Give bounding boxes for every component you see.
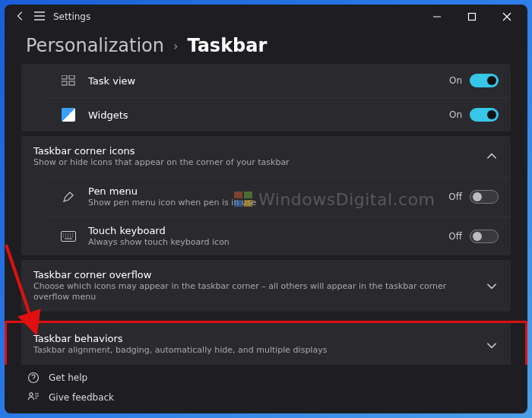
breadcrumb-parent[interactable]: Personalization xyxy=(26,35,164,56)
chevron-down-icon xyxy=(485,338,499,352)
settings-window: Settings Personalization › Taskbar Task … xyxy=(5,5,527,413)
pen-menu-label: Pen menu xyxy=(88,185,448,197)
footer-links: Get help Give feedback xyxy=(5,365,527,413)
minimize-button[interactable] xyxy=(420,5,454,29)
svg-rect-0 xyxy=(469,14,476,21)
give-feedback-label: Give feedback xyxy=(49,392,114,403)
taskbar-items-card: Task view On Widgets On xyxy=(21,64,511,131)
breadcrumb-separator: › xyxy=(173,39,178,53)
help-icon xyxy=(27,372,40,384)
content-area: Task view On Widgets On Taskbar corner i… xyxy=(5,64,527,365)
touch-keyboard-desc: Always show touch keyboard icon xyxy=(88,237,448,248)
corner-icons-desc: Show or hide icons that appear on the co… xyxy=(33,157,479,168)
corner-icons-title: Taskbar corner icons xyxy=(33,145,479,157)
touch-keyboard-toggle[interactable] xyxy=(470,230,499,243)
breadcrumb-current: Taskbar xyxy=(187,35,267,56)
widgets-label: Widgets xyxy=(88,109,449,121)
pen-menu-row: Pen menu Show pen menu icon when pen is … xyxy=(47,177,511,216)
corner-icons-header[interactable]: Taskbar corner icons Show or hide icons … xyxy=(21,136,511,177)
taskbar-behaviors-title: Taskbar behaviors xyxy=(33,333,479,344)
svg-rect-1 xyxy=(62,75,67,79)
taskview-row: Task view On xyxy=(47,64,511,97)
taskbar-behaviors-card[interactable]: Taskbar behaviors Taskbar alignment, bad… xyxy=(21,321,511,365)
widgets-row: Widgets On xyxy=(47,97,511,131)
svg-rect-4 xyxy=(69,81,74,85)
pen-menu-state: Off xyxy=(448,192,462,202)
widgets-icon xyxy=(59,106,78,124)
keyboard-icon xyxy=(59,227,78,245)
svg-point-11 xyxy=(30,393,33,396)
taskview-label: Task view xyxy=(88,75,449,87)
corner-icons-card: Taskbar corner icons Show or hide icons … xyxy=(21,136,511,255)
menu-button[interactable] xyxy=(33,11,46,24)
chevron-down-icon xyxy=(485,279,499,293)
corner-overflow-card[interactable]: Taskbar corner overflow Choose which ico… xyxy=(21,260,511,312)
give-feedback-link[interactable]: Give feedback xyxy=(24,388,508,407)
back-button[interactable] xyxy=(15,11,26,24)
pen-menu-toggle[interactable] xyxy=(470,190,499,204)
taskview-toggle[interactable] xyxy=(470,74,499,87)
chevron-up-icon xyxy=(485,150,499,163)
maximize-button[interactable] xyxy=(454,5,489,29)
feedback-icon xyxy=(27,391,40,404)
touch-keyboard-row: Touch keyboard Always show touch keyboar… xyxy=(47,217,511,255)
widgets-state: On xyxy=(449,109,462,120)
breadcrumb: Personalization › Taskbar xyxy=(5,29,527,64)
get-help-link[interactable]: Get help xyxy=(24,368,508,388)
corner-overflow-desc: Choose which icons may appear in the tas… xyxy=(33,281,479,303)
get-help-label: Get help xyxy=(49,372,87,383)
pen-icon xyxy=(59,188,78,206)
close-button[interactable] xyxy=(489,5,524,29)
svg-rect-2 xyxy=(69,75,74,79)
svg-rect-3 xyxy=(62,81,67,85)
app-title: Settings xyxy=(53,11,90,22)
widgets-toggle[interactable] xyxy=(470,108,499,122)
touch-keyboard-state: Off xyxy=(448,231,462,242)
touch-keyboard-label: Touch keyboard xyxy=(88,225,448,236)
taskbar-behaviors-desc: Taskbar alignment, badging, automaticall… xyxy=(33,345,479,356)
titlebar: Settings xyxy=(5,5,527,29)
pen-menu-desc: Show pen menu icon when pen is in use xyxy=(88,198,448,208)
taskview-state: On xyxy=(449,75,462,86)
corner-overflow-title: Taskbar corner overflow xyxy=(33,269,479,280)
taskview-icon xyxy=(59,71,78,90)
